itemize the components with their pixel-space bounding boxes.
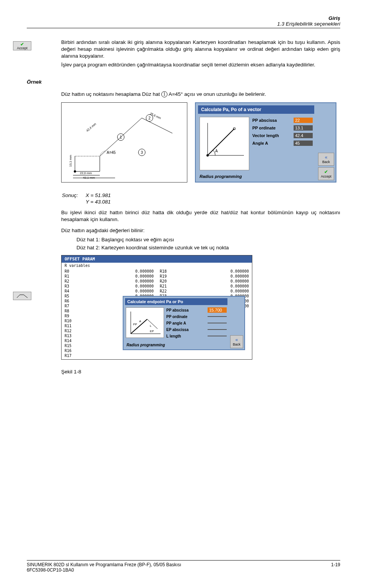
pp-abscissa-field[interactable]: 22 bbox=[294, 118, 313, 123]
dim-label: 13,1 mm bbox=[69, 155, 72, 167]
header-title: Giriş bbox=[27, 15, 340, 21]
function-icon bbox=[13, 292, 31, 300]
popup-title: Calculate endpoint Pa or Po bbox=[125, 298, 227, 305]
popup-angle-field[interactable] bbox=[208, 323, 227, 323]
calc-title: Calculate Pa, Po of a vector bbox=[198, 105, 314, 114]
arrow-icon: « bbox=[235, 337, 238, 342]
popup-ep-abscissa-field[interactable] bbox=[208, 329, 227, 330]
popup-ordinate-field[interactable] bbox=[208, 316, 227, 317]
page-header: Giriş 1.3 Erişilebilirlik seçenekleri bbox=[27, 15, 340, 28]
line-item-2: Düz hat 2: Kartezyen koordinat sistemind… bbox=[76, 244, 340, 252]
example-heading: Örnek bbox=[27, 79, 340, 85]
popup-form: PP abscissa15.700 PP ordinate PP angle A… bbox=[166, 307, 227, 340]
example-text-a: Düz hattın uç noktasını hesaplama Düz ha… bbox=[61, 91, 161, 97]
svg-text:L: L bbox=[150, 324, 152, 328]
result-block: Sonuç: X = 51.981 Y = 43.081 bbox=[61, 192, 340, 205]
svg-text:EP: EP bbox=[150, 330, 154, 333]
result-y: Y = 43.081 bbox=[86, 199, 118, 205]
offset-sub: R variables bbox=[62, 263, 252, 268]
header-subtitle: 1.3 Erişilebilirlik seçenekleri bbox=[27, 21, 340, 27]
footer-line-1: SINUMERIK 802D sl Kullanım ve Programlam… bbox=[27, 562, 181, 567]
popup-abscissa-field[interactable]: 15.700 bbox=[208, 307, 227, 313]
paragraph-1: Birbiri ardından sıralı olarak iki giriş… bbox=[61, 39, 340, 60]
angle-a-field[interactable]: 45 bbox=[294, 141, 313, 146]
svg-text:A: A bbox=[215, 149, 218, 153]
svg-point-6 bbox=[74, 170, 76, 173]
svg-point-18 bbox=[206, 154, 209, 157]
result-label: Sonuç: bbox=[62, 192, 85, 198]
offset-param-panel: OFFSET PARAM R variables R00.000000R10.0… bbox=[61, 255, 252, 360]
svg-line-24 bbox=[147, 319, 158, 329]
example-text-b: A=45° açısı ve onun uzunluğu ile belirle… bbox=[169, 91, 266, 97]
example-text: Düz hattın uç noktasını hesaplama Düz ha… bbox=[61, 91, 340, 98]
svg-text:A: A bbox=[139, 320, 141, 323]
geometry-diagram: 1 2 3 42,4 mm 25,6 mm A=45 13,1 mm 22,0 … bbox=[61, 102, 187, 183]
svg-text:PP: PP bbox=[133, 323, 137, 326]
result-x: X = 51.981 bbox=[86, 192, 118, 198]
calc-endpoint-popup: Calculate endpoint Pa or Po PP A L EP bbox=[123, 296, 245, 350]
check-icon: ✔ bbox=[324, 169, 328, 174]
accept-button[interactable]: ✔Accept bbox=[318, 167, 334, 180]
dim-label: 22,0 mm bbox=[80, 171, 92, 175]
svg-line-17 bbox=[208, 129, 234, 155]
check-icon: ✔ bbox=[20, 42, 24, 47]
pp-ordinate-field[interactable]: 13.1 bbox=[294, 125, 313, 131]
figure-caption: Şekil 1-8 bbox=[61, 369, 340, 375]
popup-bottom-label: Radius programming bbox=[125, 342, 227, 348]
line-item-1: Düz hat 1: Başlangıç noktası ve eğim açı… bbox=[76, 236, 340, 244]
page-footer: SINUMERIK 802D sl Kullanım ve Programlam… bbox=[27, 560, 340, 573]
paragraph-3: Bu işlevi ikinci düz hattın birinci düz … bbox=[61, 209, 340, 223]
svg-text:3: 3 bbox=[141, 150, 143, 155]
footer-line-2: 6FC5398-0CP10-1BA0 bbox=[27, 567, 181, 573]
accept-button-icon: ✔ Accept bbox=[13, 41, 31, 50]
angle-label: A=45 bbox=[107, 150, 116, 155]
vector-length-field[interactable]: 42.4 bbox=[294, 133, 313, 138]
paragraph-4: Düz hattın aşağıdaki değerleri bilinir: bbox=[61, 227, 340, 234]
svg-text:2: 2 bbox=[148, 116, 151, 120]
radius-prog-label: Radius programming bbox=[198, 173, 314, 179]
figure-row-1: 1 2 3 42,4 mm 25,6 mm A=45 13,1 mm 22,0 … bbox=[61, 102, 340, 183]
page-number: 1-19 bbox=[331, 562, 340, 573]
paragraph-2: İşlev parça program editöründen çağrılma… bbox=[61, 61, 340, 68]
svg-text:1: 1 bbox=[120, 135, 122, 139]
accept-label: Accept bbox=[17, 47, 28, 50]
calc-form: PP abscissa22 PP ordinate13.1 Vector len… bbox=[252, 117, 313, 170]
calc-diagram: A bbox=[200, 117, 249, 170]
offset-header: OFFSET PARAM bbox=[62, 255, 252, 263]
popup-diagram: PP A L EP bbox=[126, 307, 164, 338]
popup-length-field[interactable] bbox=[208, 336, 227, 336]
popup-back-button[interactable]: «Back bbox=[230, 335, 243, 348]
dim-label: 42,1 mm bbox=[83, 176, 95, 179]
arrow-icon: « bbox=[325, 155, 328, 160]
calculate-vector-panel: Calculate Pa, Po of a vector A bbox=[195, 102, 336, 183]
circle-1-icon: 1 bbox=[161, 91, 167, 97]
back-button[interactable]: «Back bbox=[318, 153, 334, 166]
svg-line-3 bbox=[142, 118, 172, 133]
